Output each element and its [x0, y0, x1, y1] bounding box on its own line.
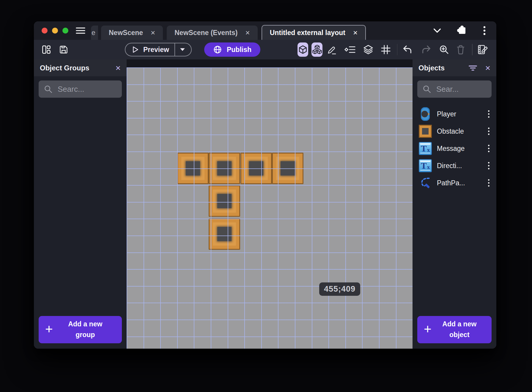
tab-label: NewScene (Events) [174, 29, 237, 37]
instruction-list-icon[interactable] [344, 45, 356, 54]
obstacle-tile-instance[interactable] [240, 153, 272, 184]
kebab-menu-icon[interactable] [487, 143, 491, 154]
object-label: Obstacle [437, 127, 464, 135]
chevron-down-icon[interactable] [433, 28, 441, 33]
save-icon[interactable] [59, 45, 68, 54]
objects-searchbox[interactable] [417, 80, 492, 98]
object-label: Message [437, 145, 465, 153]
grid-icon[interactable] [380, 44, 391, 55]
add-group-button[interactable]: + Add a new group [39, 316, 122, 343]
tab-close-icon[interactable]: × [245, 29, 250, 37]
minimize-window-button[interactable] [52, 28, 58, 34]
hamburger-menu-icon[interactable] [75, 27, 86, 34]
maximize-window-button[interactable] [62, 28, 68, 34]
trash-icon[interactable] [456, 45, 465, 55]
tab-label: NewScene [109, 29, 143, 37]
objects-panel: Objects × PlayerObstacleTxMessageTxDirec… [413, 59, 496, 349]
scene-canvas[interactable]: 455;409 [127, 59, 413, 349]
toolbar-separator [472, 44, 473, 55]
add-object-label-line2: object [449, 331, 470, 339]
obstacle-tile-instance[interactable] [209, 153, 240, 184]
toolbar: Preview Publish [34, 40, 496, 59]
instances-blocks-icon[interactable] [311, 42, 322, 57]
text-object-icon: Tx [418, 142, 432, 155]
object-row-obstacle[interactable]: Obstacle [413, 123, 496, 140]
preview-dropdown-caret[interactable] [175, 48, 190, 51]
player-sprite-icon [418, 107, 432, 121]
plus-icon: + [45, 323, 53, 336]
kebab-menu-icon[interactable] [483, 26, 486, 35]
object-label: Player [437, 110, 456, 118]
tab-newscene[interactable]: NewScene× [101, 26, 163, 40]
object-groups-panel: Object Groups × + Add a new group [34, 59, 127, 349]
tab-untitled-external-layout[interactable]: Untitled external layout× [262, 25, 366, 40]
globe-icon [213, 45, 222, 54]
obstacle-tile-icon [418, 125, 432, 138]
object-row-message[interactable]: TxMessage [413, 140, 496, 157]
object-row-directi-[interactable]: TxDirecti... [413, 157, 496, 174]
tab-close-icon[interactable]: × [151, 29, 155, 37]
close-panel-icon[interactable]: × [115, 64, 121, 72]
tab-newscene-events-[interactable]: NewScene (Events)× [167, 26, 257, 40]
kebab-menu-icon[interactable] [487, 126, 491, 136]
edit-pencil-icon[interactable] [327, 45, 337, 55]
extensions-puzzle-icon[interactable] [459, 27, 465, 34]
object-groups-title: Object Groups [40, 64, 89, 72]
plus-icon: + [424, 323, 432, 336]
title-bar: e NewScene×NewScene (Events)×Untitled ex… [34, 21, 496, 40]
search-icon [423, 85, 431, 93]
path-paint-icon [418, 176, 432, 190]
app-window: e NewScene×NewScene (Events)×Untitled ex… [34, 21, 496, 349]
obstacle-tile-instance[interactable] [177, 153, 209, 184]
traffic-lights [42, 21, 68, 40]
search-icon [44, 85, 52, 93]
tab-close-icon[interactable]: × [353, 29, 358, 37]
object-groups-searchbox[interactable] [39, 80, 122, 98]
scene-editor-icon[interactable] [477, 44, 489, 55]
add-object-label-line1: Add a new [442, 320, 476, 328]
object-row-player[interactable]: Player [413, 105, 496, 123]
close-panel-icon[interactable]: × [485, 64, 490, 72]
add-group-label-line2: group [75, 331, 95, 339]
add-object-button[interactable]: + Add a new object [417, 316, 492, 343]
object-groups-header: Object Groups × [34, 59, 127, 76]
kebab-menu-icon[interactable] [487, 109, 491, 119]
obstacle-tile-instance[interactable] [272, 153, 303, 184]
zoom-in-icon[interactable] [439, 45, 449, 55]
obstacle-tile-instance[interactable] [209, 218, 240, 250]
close-window-button[interactable] [42, 28, 48, 34]
tab-overflow-fragment[interactable]: e [91, 26, 98, 40]
tab-label: Untitled external layout [270, 29, 345, 37]
objects-title: Objects [418, 64, 445, 72]
undo-icon[interactable] [403, 45, 413, 54]
grid-overlay [127, 67, 413, 349]
objects-search-input[interactable] [436, 84, 486, 94]
publish-label: Publish [227, 46, 251, 54]
project-manager-icon[interactable] [42, 45, 51, 54]
layers-icon[interactable] [363, 44, 374, 55]
publish-button[interactable]: Publish [204, 42, 260, 57]
object-label: PathPa... [437, 179, 465, 187]
tab-strip: NewScene×NewScene (Events)×Untitled exte… [101, 25, 366, 40]
cursor-coordinates-badge: 455;409 [319, 282, 360, 296]
scene-viewport[interactable]: 455;409 [127, 67, 413, 349]
objects-list: PlayerObstacleTxMessageTxDirecti...PathP… [413, 105, 496, 192]
kebab-menu-icon[interactable] [487, 178, 491, 188]
object-label: Directi... [437, 162, 462, 170]
obstacle-tile-instance[interactable] [209, 185, 240, 217]
add-group-label-line1: Add a new [68, 320, 102, 328]
3d-view-toggle-cube-icon[interactable] [298, 42, 308, 57]
redo-icon[interactable] [421, 45, 431, 54]
object-groups-search-input[interactable] [57, 84, 117, 94]
text-object-icon: Tx [418, 159, 432, 172]
toolbar-separator [397, 44, 398, 55]
preview-label: Preview [143, 46, 169, 54]
preview-button[interactable]: Preview [125, 43, 192, 56]
filter-icon[interactable] [468, 65, 477, 71]
kebab-menu-icon[interactable] [487, 161, 491, 171]
object-row-pathpa-[interactable]: PathPa... [413, 174, 496, 192]
objects-header: Objects × [413, 59, 496, 76]
